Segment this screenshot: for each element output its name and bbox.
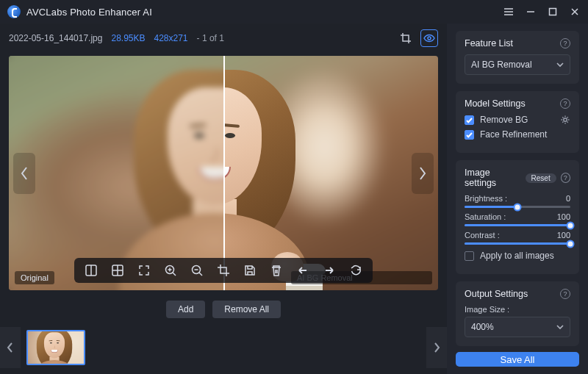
face-refine-label: Face Refinement bbox=[480, 129, 547, 140]
split-vertical-icon[interactable] bbox=[83, 262, 99, 278]
remove-bg-checkbox[interactable] bbox=[465, 115, 474, 125]
feature-list-title: Feature List bbox=[465, 38, 513, 48]
thumbnail-strip bbox=[0, 324, 447, 374]
help-icon[interactable]: ? bbox=[560, 98, 570, 109]
strip-prev[interactable] bbox=[0, 327, 21, 368]
saturation-slider[interactable] bbox=[465, 224, 570, 226]
eye-icon[interactable] bbox=[420, 29, 438, 47]
crop-icon[interactable] bbox=[397, 29, 415, 47]
help-icon[interactable]: ? bbox=[560, 38, 570, 48]
fit-icon[interactable] bbox=[136, 262, 152, 278]
image-size-select[interactable]: 400% bbox=[465, 317, 570, 337]
help-icon[interactable]: ? bbox=[560, 289, 570, 299]
zoom-out-icon[interactable] bbox=[189, 262, 205, 278]
strip-next[interactable] bbox=[426, 327, 447, 368]
image-size-value: 400% bbox=[471, 322, 494, 332]
chevron-down-icon bbox=[556, 61, 564, 68]
next-image-button[interactable] bbox=[412, 153, 434, 194]
label-original: Original bbox=[15, 271, 54, 284]
feature-select-value: AI BG Removal bbox=[471, 60, 532, 70]
saturation-value: 100 bbox=[557, 212, 570, 221]
crop-tool-icon[interactable] bbox=[215, 262, 232, 278]
apply-all-label: Apply to all images bbox=[480, 251, 554, 261]
redo-icon[interactable] bbox=[321, 262, 337, 278]
save-icon[interactable] bbox=[242, 262, 258, 278]
file-size: 28.95KB bbox=[111, 33, 145, 43]
preview-toolbar bbox=[74, 258, 373, 283]
gear-icon[interactable] bbox=[560, 115, 570, 125]
prev-image-button[interactable] bbox=[13, 153, 35, 194]
close-button[interactable] bbox=[569, 6, 581, 18]
trash-icon[interactable] bbox=[268, 262, 284, 278]
file-count: - 1 of 1 bbox=[197, 33, 224, 43]
image-size-label: Image Size : bbox=[465, 305, 570, 314]
left-pane: 2022-05-16_144017.jpg 28.95KB 428x271 - … bbox=[0, 24, 447, 374]
file-name: 2022-05-16_144017.jpg bbox=[9, 33, 102, 43]
minimize-button[interactable] bbox=[525, 6, 537, 18]
thumbnail[interactable] bbox=[26, 330, 85, 365]
file-info-bar: 2022-05-16_144017.jpg 28.95KB 428x271 - … bbox=[0, 24, 447, 51]
save-all-button[interactable]: Save All bbox=[456, 352, 579, 367]
chevron-down-icon bbox=[556, 323, 564, 331]
contrast-label: Contrast : bbox=[465, 231, 500, 240]
svg-point-6 bbox=[564, 118, 567, 121]
remove-bg-label: Remove BG bbox=[480, 115, 528, 125]
refresh-icon[interactable] bbox=[348, 262, 364, 278]
preview-area: Original AI BG Removal bbox=[9, 56, 438, 290]
image-settings-panel: Image settings Reset ? Brightness :0 Sat… bbox=[456, 160, 579, 274]
remove-all-button[interactable]: Remove All bbox=[212, 301, 281, 318]
compare-divider[interactable] bbox=[223, 56, 225, 290]
model-settings-title: Model Settings bbox=[465, 98, 526, 109]
output-settings-panel: Output Settings ? Image Size : 400% bbox=[456, 281, 579, 346]
feature-select[interactable]: AI BG Removal bbox=[465, 54, 570, 75]
right-pane: Feature List ? AI BG Removal Model Setti… bbox=[447, 24, 588, 374]
app-logo bbox=[7, 5, 21, 18]
contrast-value: 100 bbox=[557, 231, 570, 240]
face-refine-checkbox[interactable] bbox=[465, 130, 474, 140]
grid-icon[interactable] bbox=[110, 262, 126, 278]
reset-button[interactable]: Reset bbox=[526, 173, 556, 183]
contrast-slider[interactable] bbox=[465, 242, 570, 245]
feature-list-panel: Feature List ? AI BG Removal bbox=[456, 31, 579, 84]
brightness-value: 0 bbox=[566, 194, 570, 203]
output-settings-title: Output Settings bbox=[465, 289, 528, 299]
svg-point-1 bbox=[428, 37, 431, 40]
model-settings-panel: Model Settings ? Remove BG Face Refineme… bbox=[456, 91, 579, 153]
zoom-in-icon[interactable] bbox=[162, 262, 179, 278]
brightness-slider[interactable] bbox=[465, 206, 570, 208]
help-icon[interactable]: ? bbox=[561, 173, 570, 183]
titlebar: AVCLabs Photo Enhancer AI bbox=[0, 0, 588, 24]
menu-icon[interactable] bbox=[503, 6, 514, 18]
apply-all-checkbox[interactable] bbox=[465, 251, 474, 261]
undo-icon[interactable] bbox=[295, 262, 311, 278]
add-button[interactable]: Add bbox=[166, 301, 205, 318]
brightness-label: Brightness : bbox=[465, 194, 507, 203]
image-settings-title: Image settings bbox=[465, 168, 521, 188]
svg-rect-0 bbox=[550, 9, 556, 15]
saturation-label: Saturation : bbox=[465, 212, 506, 221]
app-title: AVCLabs Photo Enhancer AI bbox=[26, 7, 152, 18]
file-dims: 428x271 bbox=[154, 33, 188, 43]
maximize-button[interactable] bbox=[547, 6, 559, 18]
